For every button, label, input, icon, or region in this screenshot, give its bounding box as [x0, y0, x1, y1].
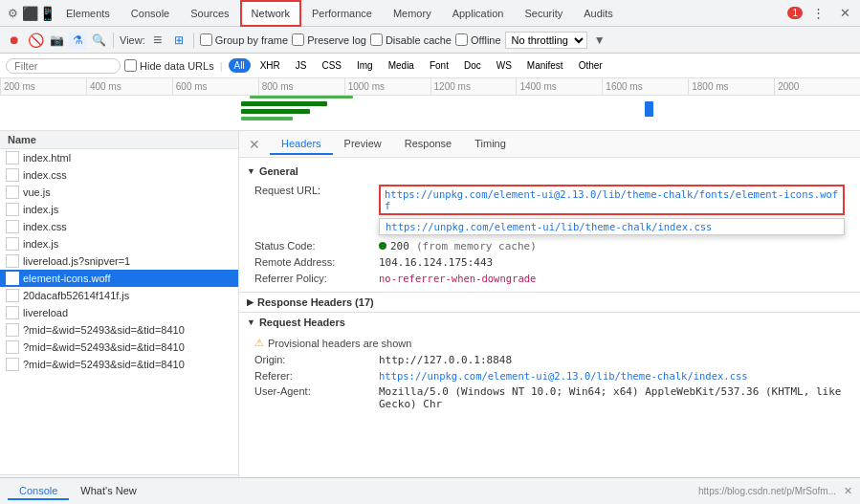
list-item[interactable]: ?mid=&wid=52493&sid=&tid=8410 [0, 339, 238, 356]
list-view-icon[interactable]: ≡ [149, 32, 166, 49]
tab-elements[interactable]: Elements [55, 0, 121, 27]
group-by-frame-input[interactable] [200, 33, 212, 46]
general-section-header[interactable]: ▼ General [239, 162, 860, 181]
list-item[interactable]: livereload.js?snipver=1 [0, 252, 238, 270]
details-tab-headers[interactable]: Headers [270, 134, 333, 155]
referer-row: Referer: https://unpkg.com/element-ui@2.… [254, 368, 845, 383]
console-tab[interactable]: Console [8, 483, 69, 500]
file-icon [6, 323, 19, 337]
hide-data-urls-input[interactable] [124, 59, 137, 72]
tab-application[interactable]: Application [442, 0, 515, 27]
referer-value: https://unpkg.com/element-ui@2.13.0/lib/… [379, 370, 845, 382]
toolbar-divider-1 [113, 33, 114, 48]
list-item[interactable]: ?mid=&wid=52493&sid=&tid=8410 [0, 356, 238, 373]
tab-security[interactable]: Security [514, 0, 573, 27]
tab-audits[interactable]: Audits [573, 0, 624, 27]
details-content: ▼ General Request URL: https://unpkg.com… [239, 158, 860, 422]
ruler-mark-0: 200 ms [0, 78, 86, 95]
preserve-log-checkbox[interactable]: Preserve log [292, 33, 366, 46]
details-close-button[interactable]: ✕ [243, 133, 266, 156]
general-title: General [259, 165, 298, 177]
stop-icon[interactable]: 🚫 [27, 32, 44, 49]
filter-input[interactable] [6, 58, 121, 74]
list-item[interactable]: index.js [0, 201, 238, 218]
disable-cache-checkbox[interactable]: Disable cache [370, 33, 452, 46]
request-url-value[interactable]: https://unpkg.com/element-ui@2.13.0/lib/… [379, 185, 845, 215]
close-status-icon[interactable]: ✕ [844, 485, 852, 497]
disable-cache-input[interactable] [370, 33, 383, 46]
request-headers-title: Request Headers [259, 317, 345, 328]
filter-xhr[interactable]: XHR [254, 58, 286, 73]
timeline-bar-1 [241, 101, 327, 106]
more-options-icon[interactable]: ⋮ [806, 2, 829, 25]
preserve-log-label: Preserve log [307, 34, 366, 46]
close-devtools-icon[interactable]: ✕ [833, 2, 856, 25]
tab-memory[interactable]: Memory [383, 0, 442, 27]
filter-icon[interactable]: ⚗ [69, 32, 86, 49]
response-headers-arrow-icon: ▶ [247, 297, 254, 307]
preserve-log-input[interactable] [292, 33, 304, 46]
list-item[interactable]: index.css [0, 218, 238, 235]
list-item[interactable]: index.css [0, 166, 238, 184]
filter-img[interactable]: Img [351, 58, 379, 73]
list-item[interactable]: livereload [0, 304, 238, 321]
filter-media[interactable]: Media [383, 58, 420, 73]
devtools-menu-icon[interactable]: ⚙ [4, 5, 21, 22]
inspect-icon[interactable]: ⬛ [21, 5, 38, 22]
filter-manifest[interactable]: Manifest [521, 58, 569, 73]
timeline-bar-3 [241, 117, 293, 121]
filter-doc[interactable]: Doc [458, 58, 487, 73]
list-item[interactable]: index.html [0, 149, 238, 166]
devtools-tab-bar: ⚙ ⬛ 📱 Elements Console Sources Network P… [0, 0, 860, 27]
filter-all[interactable]: All [229, 58, 251, 73]
ruler-mark-2: 600 ms [172, 78, 258, 95]
timeline-bar-5 [250, 96, 353, 99]
large-view-icon[interactable]: ⊞ [170, 32, 187, 49]
tab-performance[interactable]: Performance [301, 0, 383, 27]
details-tab-timing[interactable]: Timing [463, 134, 518, 155]
remote-address-row: Remote Address: 104.16.124.175:443 [254, 254, 845, 271]
tab-console[interactable]: Console [121, 0, 180, 27]
general-section-body: Request URL: https://unpkg.com/element-u… [239, 181, 860, 292]
list-item[interactable]: index.js [0, 235, 238, 252]
filter-css[interactable]: CSS [316, 58, 347, 73]
filter-js[interactable]: JS [290, 58, 313, 73]
hide-data-urls-checkbox[interactable]: Hide data URLs [124, 59, 214, 72]
file-name: index.js [23, 238, 58, 250]
file-name: index.html [23, 152, 71, 164]
list-item[interactable]: ?mid=&wid=52493&sid=&tid=8410 [0, 321, 238, 339]
general-section: ▼ General Request URL: https://unpkg.com… [239, 162, 860, 292]
file-name: livereload.js?snipver=1 [23, 255, 130, 267]
origin-row: Origin: http://127.0.0.1:8848 [254, 352, 845, 368]
group-by-frame-checkbox[interactable]: Group by frame [200, 33, 288, 46]
offline-checkbox[interactable]: Offline [455, 33, 501, 46]
throttling-select[interactable]: No throttling [505, 32, 587, 49]
whats-new-tab[interactable]: What's New [69, 483, 147, 500]
hide-data-urls-label: Hide data URLs [140, 60, 214, 72]
tab-network[interactable]: Network [240, 0, 301, 27]
search-icon[interactable]: 🔍 [90, 32, 107, 49]
list-item[interactable]: vue.js [0, 184, 238, 201]
error-badge: 1 [787, 7, 803, 19]
list-item[interactable]: 20dacafb52614f141f.js [0, 287, 238, 304]
response-headers-header[interactable]: ▶ Response Headers (17) [239, 292, 860, 312]
list-item-selected[interactable]: element-icons.woff [0, 270, 238, 287]
record-icon[interactable]: ⏺ [6, 32, 23, 49]
request-url-label: Request URL: [254, 185, 379, 196]
camera-icon[interactable]: 📷 [48, 32, 65, 49]
request-headers-header[interactable]: ▼ Request Headers [239, 312, 860, 332]
filter-ws[interactable]: WS [491, 58, 518, 73]
details-tab-response[interactable]: Response [393, 134, 464, 155]
tab-sources[interactable]: Sources [180, 0, 239, 27]
user-agent-value: Mozilla/5.0 (Windows NT 10.0; Win64; x64… [379, 385, 845, 410]
offline-input[interactable] [455, 33, 468, 46]
device-icon[interactable]: 📱 [38, 5, 55, 22]
file-icon [6, 289, 19, 302]
filter-font[interactable]: Font [424, 58, 454, 73]
file-name: index.js [23, 204, 58, 215]
referrer-policy-label: Referrer Policy: [254, 273, 379, 284]
throttling-arrow-icon[interactable]: ▼ [591, 32, 608, 49]
details-tab-preview[interactable]: Preview [333, 134, 393, 155]
ruler-mark-9: 2000 [774, 78, 860, 95]
filter-other[interactable]: Other [573, 58, 608, 73]
